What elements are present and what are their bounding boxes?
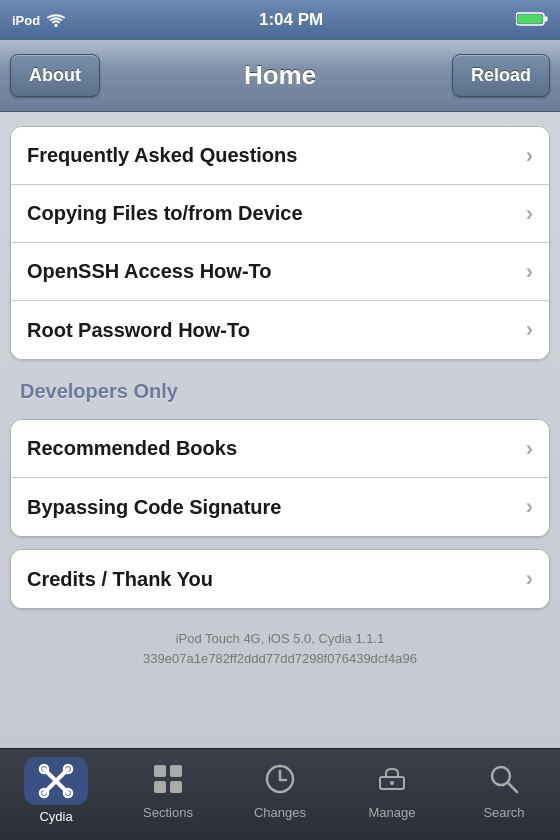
- svg-rect-13: [170, 781, 182, 793]
- list-item-faq[interactable]: Frequently Asked Questions ›: [11, 127, 549, 185]
- wifi-icon: [46, 13, 66, 27]
- list-group-3: Credits / Thank You ›: [10, 549, 550, 609]
- sections-icon-wrap: [138, 757, 198, 801]
- svg-point-15: [390, 781, 394, 785]
- list-item-openssh[interactable]: OpenSSH Access How-To ›: [11, 243, 549, 301]
- tab-cydia[interactable]: Cydia: [0, 757, 112, 824]
- tab-cydia-label: Cydia: [39, 809, 72, 824]
- cydia-icon: [38, 763, 74, 799]
- list-item-books-label: Recommended Books: [27, 437, 237, 460]
- list-item-codesig-label: Bypassing Code Signature: [27, 496, 282, 519]
- list-item-codesig[interactable]: Bypassing Code Signature ›: [11, 478, 549, 536]
- page-title: Home: [244, 60, 316, 91]
- section-header-developers: Developers Only: [0, 372, 560, 407]
- list-group-1: Frequently Asked Questions › Copying Fil…: [10, 126, 550, 360]
- chevron-icon-faq: ›: [526, 143, 533, 169]
- tab-manage[interactable]: Manage: [336, 757, 448, 820]
- cydia-icon-wrap: [24, 757, 88, 805]
- search-icon: [488, 763, 520, 795]
- footer-line1: iPod Touch 4G, iOS 5.0, Cydia 1.1.1: [10, 629, 550, 649]
- status-left: iPod: [12, 13, 66, 28]
- list-item-copying-label: Copying Files to/from Device: [27, 202, 303, 225]
- device-label: iPod: [12, 13, 40, 28]
- main-content: Frequently Asked Questions › Copying Fil…: [0, 112, 560, 748]
- svg-line-17: [508, 783, 517, 792]
- time-display: 1:04 PM: [259, 10, 323, 30]
- status-bar: iPod 1:04 PM: [0, 0, 560, 40]
- tab-changes[interactable]: Changes: [224, 757, 336, 820]
- svg-rect-11: [170, 765, 182, 777]
- svg-point-0: [55, 24, 58, 27]
- list-item-credits-label: Credits / Thank You: [27, 568, 213, 591]
- changes-icon-wrap: [250, 757, 310, 801]
- chevron-icon-credits: ›: [526, 566, 533, 592]
- chevron-icon-openssh: ›: [526, 259, 533, 285]
- sections-icon: [152, 763, 184, 795]
- chevron-icon-codesig: ›: [526, 494, 533, 520]
- list-group-2: Recommended Books › Bypassing Code Signa…: [10, 419, 550, 537]
- list-item-rootpw-label: Root Password How-To: [27, 319, 250, 342]
- list-item-copying[interactable]: Copying Files to/from Device ›: [11, 185, 549, 243]
- svg-rect-2: [544, 16, 547, 21]
- tab-bar: Cydia Sections Changes: [0, 748, 560, 840]
- nav-bar: About Home Reload: [0, 40, 560, 112]
- tab-sections[interactable]: Sections: [112, 757, 224, 820]
- manage-icon: [376, 763, 408, 795]
- footer-info: iPod Touch 4G, iOS 5.0, Cydia 1.1.1 339e…: [0, 621, 560, 676]
- list-item-credits[interactable]: Credits / Thank You ›: [11, 550, 549, 608]
- search-icon-wrap: [474, 757, 534, 801]
- footer-line2: 339e07a1e782ff2ddd77dd7298f076439dcf4a96: [10, 649, 550, 669]
- chevron-icon-books: ›: [526, 436, 533, 462]
- changes-icon: [264, 763, 296, 795]
- tab-manage-label: Manage: [369, 805, 416, 820]
- list-item-faq-label: Frequently Asked Questions: [27, 144, 297, 167]
- svg-rect-12: [154, 781, 166, 793]
- chevron-icon-rootpw: ›: [526, 317, 533, 343]
- manage-icon-wrap: [362, 757, 422, 801]
- tab-sections-label: Sections: [143, 805, 193, 820]
- svg-rect-10: [154, 765, 166, 777]
- chevron-icon-copying: ›: [526, 201, 533, 227]
- list-item-rootpw[interactable]: Root Password How-To ›: [11, 301, 549, 359]
- battery-container: [516, 11, 548, 30]
- tab-search-label: Search: [483, 805, 524, 820]
- list-item-openssh-label: OpenSSH Access How-To: [27, 260, 272, 283]
- svg-rect-3: [517, 14, 542, 23]
- about-button[interactable]: About: [10, 54, 100, 97]
- reload-button[interactable]: Reload: [452, 54, 550, 97]
- tab-search[interactable]: Search: [448, 757, 560, 820]
- list-item-books[interactable]: Recommended Books ›: [11, 420, 549, 478]
- tab-changes-label: Changes: [254, 805, 306, 820]
- battery-icon: [516, 11, 548, 27]
